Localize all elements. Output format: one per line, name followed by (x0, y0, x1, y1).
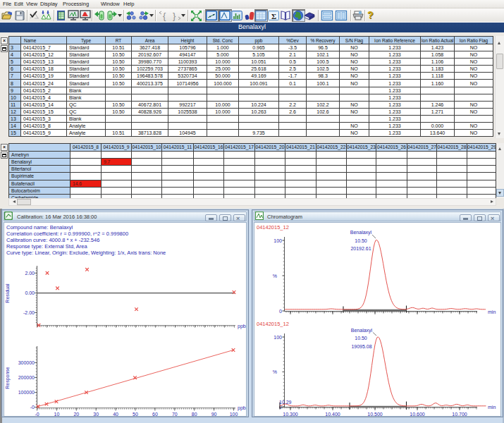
svg-text:ppb: ppb (238, 405, 246, 411)
svg-text:10.700: 10.700 (452, 412, 467, 417)
svg-text:40: 40 (113, 412, 118, 417)
svg-text:10.50: 10.50 (355, 238, 367, 243)
svg-text:Response type: External Std, A: Response type: External Std, Area (6, 243, 87, 250)
svg-text:min: min (488, 405, 496, 410)
svg-text:50: 50 (133, 412, 138, 417)
svg-text:min: min (488, 309, 496, 314)
svg-text:Compound name: Benalaxyl: Compound name: Benalaxyl (6, 224, 73, 231)
svg-text:200000: 200000 (18, 375, 35, 380)
svg-text:10.300: 10.300 (283, 412, 298, 417)
svg-text:10.400: 10.400 (325, 412, 340, 417)
svg-text:10.600: 10.600 (410, 412, 425, 417)
svg-text:Correlation coefficient: r = 0: Correlation coefficient: r = 0.999900, r… (6, 231, 128, 237)
svg-text:Σ: Σ (271, 12, 276, 20)
svg-text:70: 70 (172, 412, 178, 417)
svg-text:100000: 100000 (18, 390, 35, 395)
svg-text:04142015_12: 04142015_12 (257, 224, 289, 231)
svg-text:04142015_12: 04142015_12 (257, 321, 289, 327)
svg-text:10.500: 10.500 (367, 412, 383, 417)
svg-text:20192.61: 20192.61 (350, 246, 371, 251)
svg-text:Curve type: Linear, Origin: Ex: Curve type: Linear, Origin: Exclude, Wei… (6, 250, 166, 256)
svg-text:-2.00: -2.00 (23, 310, 35, 315)
svg-text:100: 100 (230, 412, 238, 417)
svg-text:300000: 300000 (18, 360, 35, 365)
svg-text:ppb: ppb (238, 324, 246, 329)
svg-text:Response: Response (5, 367, 11, 389)
svg-text:%: % (273, 274, 277, 278)
svg-text:%: % (273, 369, 277, 374)
svg-text:Benalaxyl: Benalaxyl (350, 230, 372, 235)
svg-text:100: 100 (273, 335, 282, 340)
svg-text:10: 10 (54, 412, 60, 417)
svg-text:100: 100 (273, 238, 282, 243)
svg-text:}: } (173, 11, 176, 21)
svg-text:Residual: Residual (5, 283, 10, 303)
svg-text:0: 0 (279, 309, 282, 314)
svg-text:10.50: 10.50 (355, 336, 367, 341)
svg-text:80: 80 (192, 412, 197, 417)
svg-text:-0: -0 (30, 405, 35, 410)
svg-text:-0: -0 (35, 412, 39, 417)
svg-text:20: 20 (73, 412, 79, 417)
svg-text:Benalaxyl: Benalaxyl (351, 328, 373, 333)
svg-text:10.29: 10.29 (279, 400, 292, 405)
svg-text:Calibration curve: 4000.8 * x: Calibration curve: 4000.8 * x + -232.546 (6, 237, 99, 243)
svg-text:60: 60 (152, 412, 158, 417)
svg-text:90: 90 (211, 412, 217, 417)
svg-text:19095.08: 19095.08 (351, 344, 371, 349)
svg-text:2.00: 2.00 (25, 271, 35, 276)
svg-text:0.00: 0.00 (25, 290, 35, 295)
svg-text:{: { (163, 11, 166, 21)
svg-text:30: 30 (93, 412, 99, 417)
